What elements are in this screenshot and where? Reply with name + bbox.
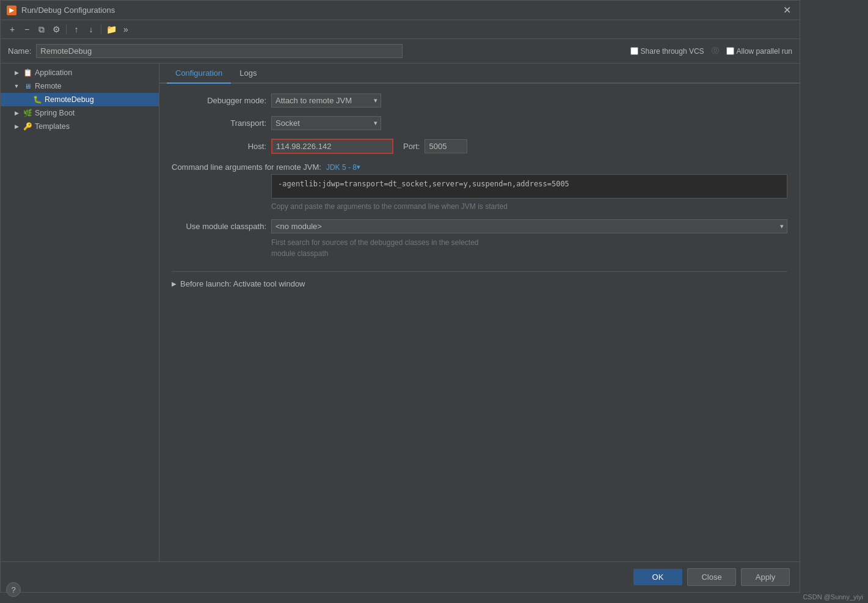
name-label: Name: [8, 46, 31, 56]
dialog-icon: ▶ [7, 5, 16, 15]
config-panel: Debugger mode: Attach to remote JVM List… [159, 84, 800, 561]
arrow-templates: ▶ [13, 123, 20, 130]
label-templates: Templates [35, 122, 70, 131]
tab-configuration[interactable]: Configuration [167, 64, 231, 84]
before-launch-label: Before launch: Activate tool window [180, 279, 305, 288]
transport-select[interactable]: Socket Shared memory [271, 116, 381, 130]
share-vcs-checkbox[interactable] [630, 47, 638, 55]
jdk-chevron-icon: ▾ [357, 163, 360, 171]
sidebar: ▶ 📋 Application ▼ 🖥 Remote 🐛 RemoteDebug… [1, 64, 159, 561]
copy-button[interactable]: ⧉ [35, 23, 48, 36]
dialog-close-button[interactable]: ✕ [781, 4, 793, 16]
module-hint: First search for sources of the debugged… [271, 237, 787, 259]
remove-button[interactable]: − [20, 23, 34, 36]
transport-label: Transport: [172, 119, 266, 128]
main-content: ▶ 📋 Application ▼ 🖥 Remote 🐛 RemoteDebug… [1, 64, 800, 561]
cmd-box: -agentlib:jdwp=transport=dt_socket,serve… [271, 174, 787, 199]
allow-parallel-label[interactable]: Allow parallel run [726, 47, 792, 56]
label-application: Application [35, 68, 72, 77]
label-remote: Remote [35, 82, 62, 90]
host-label: Host: [172, 142, 266, 151]
before-launch-section: ▶ Before launch: Activate tool window [172, 271, 787, 288]
help-button[interactable]: ? [6, 582, 21, 597]
run-debug-dialog: ▶ Run/Debug Configurations ✕ + − ⧉ ⚙ ↑ ↓… [0, 0, 800, 593]
tab-logs[interactable]: Logs [231, 64, 265, 84]
share-row: Share through VCS ⓪ Allow parallel run [630, 46, 792, 56]
icon-springboot: 🌿 [23, 108, 32, 118]
apply-button[interactable]: Apply [741, 568, 790, 586]
label-remotedebug: RemoteDebug [45, 95, 94, 104]
jdk-link[interactable]: JDK 5 - 8 [326, 163, 357, 172]
more-button[interactable]: » [119, 23, 133, 36]
before-launch-row[interactable]: ▶ Before launch: Activate tool window [172, 279, 787, 288]
cmd-hint: Copy and paste the arguments to the comm… [271, 202, 787, 211]
title-bar: ▶ Run/Debug Configurations ✕ [1, 1, 800, 20]
settings-button[interactable]: ⚙ [49, 23, 63, 36]
close-button[interactable]: Close [687, 568, 736, 586]
debugger-mode-select-wrapper: Attach to remote JVM Listen to remote JV… [271, 93, 381, 108]
allow-parallel-checkbox[interactable] [726, 47, 734, 55]
icon-remote: 🖥 [23, 81, 32, 91]
share-vcs-label[interactable]: Share through VCS [630, 47, 704, 56]
debugger-mode-row: Debugger mode: Attach to remote JVM List… [172, 93, 787, 108]
icon-application: 📋 [23, 68, 32, 78]
toolbar: + − ⧉ ⚙ ↑ ↓ 📁 » [1, 20, 800, 39]
label-springboot: Spring Boot [35, 109, 75, 117]
arrow-application: ▶ [13, 69, 20, 76]
toolbar-separator [66, 24, 67, 34]
port-label: Port: [403, 142, 420, 151]
module-classpath-row: Use module classpath: <no module> [172, 219, 787, 233]
name-row: Name: Share through VCS ⓪ Allow parallel… [1, 39, 800, 64]
icon-templates: 🔑 [23, 122, 32, 131]
transport-select-wrapper: Socket Shared memory [271, 116, 381, 130]
module-classpath-label: Use module classpath: [172, 222, 266, 231]
module-classpath-select[interactable]: <no module> [271, 219, 787, 233]
cmd-args-label: Command line arguments for remote JVM: [172, 163, 321, 172]
right-panel: Configuration Logs Debugger mode: Attach… [159, 64, 800, 561]
icon-remotedebug: 🐛 [32, 95, 42, 104]
bottom-bar: CSDN @Sunny_yiyi [746, 591, 868, 603]
name-input[interactable] [36, 44, 403, 58]
cmd-args-section: Command line arguments for remote JVM: J… [172, 163, 787, 211]
port-input[interactable] [425, 139, 467, 153]
transport-row: Transport: Socket Shared memory [172, 116, 787, 130]
move-up-button[interactable]: ↑ [70, 23, 83, 36]
tabs: Configuration Logs [159, 64, 800, 84]
toolbar-separator2 [101, 24, 101, 34]
module-select-wrapper: <no module> [271, 219, 787, 233]
sidebar-item-remote[interactable]: ▼ 🖥 Remote [1, 79, 159, 93]
arrow-remote: ▼ [13, 82, 20, 90]
arrow-springboot: ▶ [13, 109, 20, 117]
debugger-mode-select[interactable]: Attach to remote JVM Listen to remote JV… [271, 93, 381, 108]
move-down-button[interactable]: ↓ [84, 23, 98, 36]
host-input[interactable] [271, 139, 393, 154]
footer: OK Close Apply [1, 561, 800, 592]
host-port-row: Host: Port: [172, 139, 787, 154]
arrow-remotedebug [23, 96, 30, 103]
cmd-header: Command line arguments for remote JVM: J… [172, 163, 787, 172]
sidebar-item-templates[interactable]: ▶ 🔑 Templates [1, 120, 159, 133]
sidebar-item-springboot[interactable]: ▶ 🌿 Spring Boot [1, 106, 159, 120]
sidebar-item-remotedebug[interactable]: 🐛 RemoteDebug [1, 93, 159, 106]
share-vcs-help-icon: ⓪ [712, 46, 719, 56]
before-launch-arrow-icon: ▶ [172, 280, 177, 287]
dialog-title: Run/Debug Configurations [21, 5, 115, 15]
debugger-mode-label: Debugger mode: [172, 96, 266, 105]
sidebar-item-application[interactable]: ▶ 📋 Application [1, 66, 159, 79]
ok-button[interactable]: OK [633, 569, 682, 585]
folder-button[interactable]: 📁 [104, 23, 118, 36]
add-button[interactable]: + [5, 23, 19, 36]
